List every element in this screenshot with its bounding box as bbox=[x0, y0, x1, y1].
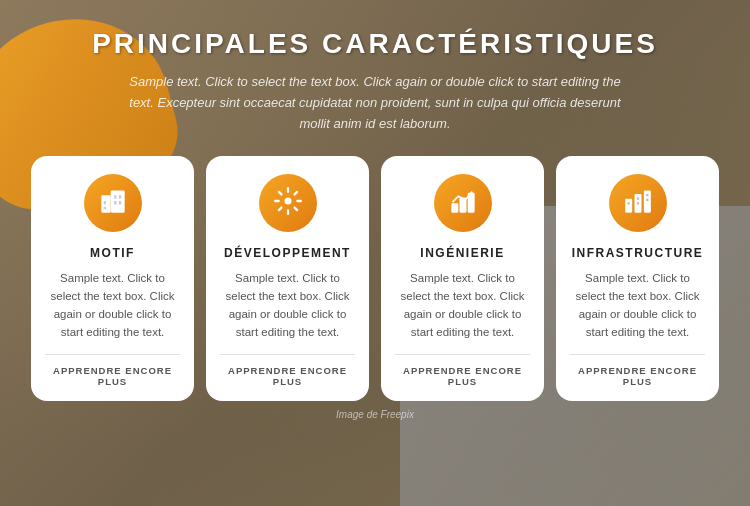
developpement-link[interactable]: APPRENDRE ENCORE PLUS bbox=[220, 354, 355, 387]
motif-link[interactable]: APPRENDRE ENCORE PLUS bbox=[45, 354, 180, 387]
motif-icon bbox=[99, 187, 127, 219]
motif-icon-wrap bbox=[84, 174, 142, 232]
developpement-icon-wrap bbox=[259, 174, 317, 232]
motif-text: Sample text. Click to select the text bo… bbox=[45, 270, 180, 341]
svg-rect-2 bbox=[114, 196, 116, 200]
ingenierie-link[interactable]: APPRENDRE ENCORE PLUS bbox=[395, 354, 530, 387]
svg-rect-16 bbox=[636, 198, 638, 200]
card-ingenierie: INGÉNIERIE Sample text. Click to select … bbox=[381, 156, 544, 400]
svg-rect-18 bbox=[646, 194, 648, 196]
ingenierie-icon-wrap bbox=[434, 174, 492, 232]
developpement-icon bbox=[274, 187, 302, 219]
card-developpement: DÉVELOPPEMENT Sample text. Click to sele… bbox=[206, 156, 369, 400]
motif-title: MOTIF bbox=[45, 246, 180, 260]
svg-rect-12 bbox=[625, 199, 632, 213]
card-infrastructure: INFRASTRUCTURE Sample text. Click to sel… bbox=[556, 156, 719, 400]
page-subtitle: Sample text. Click to select the text bo… bbox=[125, 72, 625, 134]
infrastructure-text: Sample text. Click to select the text bo… bbox=[570, 270, 705, 341]
developpement-title: DÉVELOPPEMENT bbox=[220, 246, 355, 260]
ingenierie-icon bbox=[449, 187, 477, 219]
svg-rect-7 bbox=[103, 207, 105, 209]
svg-rect-3 bbox=[118, 196, 120, 200]
svg-point-8 bbox=[284, 198, 291, 205]
card-motif: MOTIF Sample text. Click to select the t… bbox=[31, 156, 194, 400]
svg-rect-5 bbox=[118, 201, 120, 205]
ingenierie-title: INGÉNIERIE bbox=[395, 246, 530, 260]
ingenierie-text: Sample text. Click to select the text bo… bbox=[395, 270, 530, 341]
svg-rect-6 bbox=[103, 201, 105, 205]
svg-rect-9 bbox=[451, 204, 458, 213]
footer-credit: Image de Freepix bbox=[30, 409, 720, 420]
svg-rect-19 bbox=[646, 199, 648, 201]
infrastructure-link[interactable]: APPRENDRE ENCORE PLUS bbox=[570, 354, 705, 387]
infrastructure-title: INFRASTRUCTURE bbox=[570, 246, 705, 260]
cards-container: MOTIF Sample text. Click to select the t… bbox=[30, 156, 720, 400]
svg-rect-4 bbox=[114, 201, 116, 205]
svg-rect-14 bbox=[643, 191, 650, 213]
svg-rect-1 bbox=[110, 191, 124, 213]
page-title: PRINCIPALES CARACTÉRISTIQUES bbox=[30, 28, 720, 60]
svg-rect-17 bbox=[636, 203, 638, 205]
developpement-text: Sample text. Click to select the text bo… bbox=[220, 270, 355, 341]
infrastructure-icon-wrap bbox=[609, 174, 667, 232]
infrastructure-icon bbox=[624, 187, 652, 219]
svg-rect-15 bbox=[627, 203, 629, 205]
page-content: PRINCIPALES CARACTÉRISTIQUES Sample text… bbox=[0, 0, 750, 430]
